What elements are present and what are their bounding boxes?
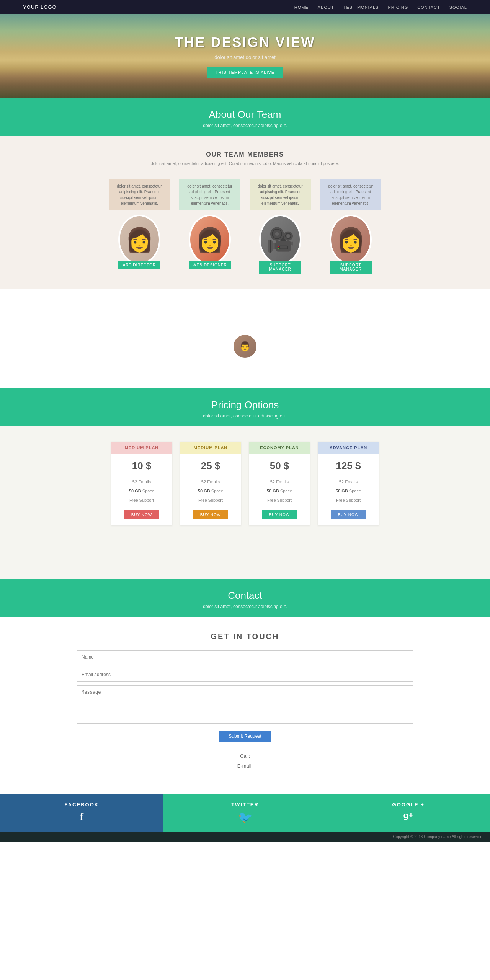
price-card-1-features: 52 Emails 50 GB Space Free Support <box>111 477 172 505</box>
nav-links: HOME ABOUT TESTIMONIALS PRICING CONTACT … <box>294 3 467 10</box>
team-subtitle: dolor sit amet, consectetur adipiscing e… <box>31 161 459 166</box>
feat-4-space: 50 GB Space <box>318 486 379 496</box>
team-member-1: dolor sit amet, consectetur adipiscing e… <box>109 179 170 274</box>
email-label: E-mail: <box>77 761 413 771</box>
submit-button[interactable]: Submit Request <box>219 731 270 742</box>
member-3-role: SUPPORT MANAGER <box>259 261 301 274</box>
member-1-avatar: 👩 <box>118 215 160 264</box>
navbar: YOUR LOGO HOME ABOUT TESTIMONIALS PRICIN… <box>0 0 490 14</box>
member-2-desc: dolor sit amet, consectetur adipiscing e… <box>179 179 240 210</box>
about-header: About Our Team dolor sit amet, consectet… <box>0 98 490 136</box>
avatar-3-icon: 🎥 <box>266 226 295 253</box>
nav-social[interactable]: SOCIAL <box>449 5 467 10</box>
copyright-bar: Copyright © 2016 Company name All rights… <box>0 832 490 842</box>
pricing-subtext: dolor sit amet, consectetur adipiscing e… <box>8 413 482 419</box>
buy-btn-3[interactable]: BUY NOW <box>262 510 297 519</box>
feat-3-support: Free Support <box>249 496 310 505</box>
price-card-3-header: ECONOMY PLAN <box>249 442 310 454</box>
nav-pricing[interactable]: PRICING <box>388 5 408 10</box>
team-member-2: dolor sit amet, consectetur adipiscing e… <box>179 179 240 274</box>
feat-2-emails: 52 Emails <box>180 477 241 486</box>
social-footer: FACEBOOK f TWITTER 🐦 GOOGLE + g+ <box>0 794 490 832</box>
team-members-list: dolor sit amet, consectetur adipiscing e… <box>31 179 459 274</box>
facebook-label: FACEBOOK <box>8 802 156 807</box>
spacer-3 <box>0 541 490 579</box>
avatar-2-icon: 👩 <box>196 226 224 253</box>
message-input[interactable] <box>77 685 413 724</box>
team-member-3: dolor sit amet, consectetur adipiscing e… <box>250 179 311 274</box>
price-card-3: ECONOMY PLAN 50 $ 52 Emails 50 GB Space … <box>249 442 310 525</box>
twitter-icon: 🐦 <box>171 810 319 824</box>
contact-subtext: dolor sit amet, consectetur adipiscing e… <box>8 604 482 609</box>
price-card-4-header: ADVANCE PLAN <box>318 442 379 454</box>
price-card-3-features: 52 Emails 50 GB Space Free Support <box>249 477 310 505</box>
feat-1-support: Free Support <box>111 496 172 505</box>
nav-contact[interactable]: CONTACT <box>417 5 440 10</box>
about-heading: About Our Team <box>8 109 482 121</box>
pricing-cards: MEDIUM PLAN 10 $ 52 Emails 50 GB Space F… <box>31 442 459 525</box>
testimonial-section: 👨 <box>0 320 490 373</box>
spacer-1 <box>0 289 490 320</box>
buy-btn-4[interactable]: BUY NOW <box>331 510 366 519</box>
buy-btn-1[interactable]: BUY NOW <box>124 510 159 519</box>
avatar-1-icon: 👩 <box>125 226 154 253</box>
price-card-4: ADVANCE PLAN 125 $ 52 Emails 50 GB Space… <box>318 442 379 525</box>
feat-4-support: Free Support <box>318 496 379 505</box>
twitter-label: TWITTER <box>171 802 319 807</box>
team-section: OUR TEAM MEMBERS dolor sit amet, consect… <box>0 136 490 289</box>
logo: YOUR LOGO <box>23 4 57 10</box>
contact-info: Call: E-mail: <box>77 751 413 771</box>
social-twitter[interactable]: TWITTER 🐦 <box>163 794 327 832</box>
facebook-icon: f <box>8 810 156 823</box>
feat-1-space: 50 GB Space <box>111 486 172 496</box>
nav-testimonials[interactable]: TESTIMONIALS <box>343 5 379 10</box>
feat-4-emails: 52 Emails <box>318 477 379 486</box>
pricing-heading: Pricing Options <box>8 399 482 411</box>
feat-3-space: 50 GB Space <box>249 486 310 496</box>
pricing-section: MEDIUM PLAN 10 $ 52 Emails 50 GB Space F… <box>0 426 490 541</box>
member-1-role: ART DIRECTOR <box>118 261 160 269</box>
price-card-4-features: 52 Emails 50 GB Space Free Support <box>318 477 379 505</box>
social-facebook[interactable]: FACEBOOK f <box>0 794 163 832</box>
member-2-role: WEB DESIGNER <box>189 261 231 269</box>
buy-btn-2[interactable]: BUY NOW <box>193 510 228 519</box>
nav-about[interactable]: ABOUT <box>318 5 334 10</box>
google-label: GOOGLE + <box>334 802 482 807</box>
member-3-desc: dolor sit amet, consectetur adipiscing e… <box>250 179 311 210</box>
hero-subtitle: dolor sit amet dolor sit amet <box>214 54 276 60</box>
hero-section: THE DESIGN VIEW dolor sit amet dolor sit… <box>0 14 490 98</box>
member-4-desc: dolor sit amet, consectetur adipiscing e… <box>320 179 381 210</box>
hero-title: THE DESIGN VIEW <box>175 34 315 51</box>
contact-heading: Contact <box>8 590 482 602</box>
email-input[interactable] <box>77 668 413 682</box>
member-1-desc: dolor sit amet, consectetur adipiscing e… <box>109 179 170 210</box>
call-label: Call: <box>77 751 413 761</box>
name-input[interactable] <box>77 650 413 664</box>
price-card-4-amount: 125 $ <box>318 460 379 472</box>
social-google[interactable]: GOOGLE + g+ <box>327 794 490 832</box>
price-card-2-header: MEDIUM PLAN <box>180 442 241 454</box>
testimonial-avatar: 👨 <box>234 335 256 358</box>
feat-3-emails: 52 Emails <box>249 477 310 486</box>
contact-section: GET IN TOUCH Submit Request Call: E-mail… <box>0 617 490 794</box>
feat-1-emails: 52 Emails <box>111 477 172 486</box>
team-member-4: dolor sit amet, consectetur adipiscing e… <box>320 179 381 274</box>
member-3-avatar: 🎥 <box>259 215 301 264</box>
member-4-role: SUPPORT MANAGER <box>330 261 372 274</box>
copyright-text: Copyright © 2016 Company name All rights… <box>393 835 482 839</box>
testimonial-avatar-icon: 👨 <box>239 341 251 352</box>
price-card-1-amount: 10 $ <box>111 460 172 472</box>
pricing-header: Pricing Options dolor sit amet, consecte… <box>0 388 490 426</box>
price-card-1-header: MEDIUM PLAN <box>111 442 172 454</box>
price-card-3-amount: 50 $ <box>249 460 310 472</box>
price-card-2-features: 52 Emails 50 GB Space Free Support <box>180 477 241 505</box>
nav-home[interactable]: HOME <box>294 5 309 10</box>
spacer-2 <box>0 373 490 388</box>
member-4-avatar: 👩 <box>330 215 372 264</box>
price-card-2-amount: 25 $ <box>180 460 241 472</box>
member-2-avatar: 👩 <box>189 215 231 264</box>
contact-form: Submit Request <box>77 650 413 751</box>
hero-button[interactable]: THIS TEMPLATE IS ALIVE <box>207 67 283 78</box>
google-icon: g+ <box>334 810 482 820</box>
team-heading: OUR TEAM MEMBERS <box>31 151 459 158</box>
